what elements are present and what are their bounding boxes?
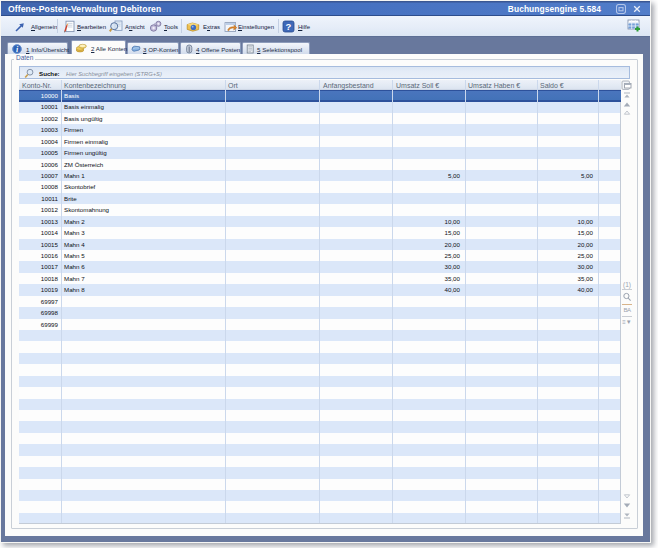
svg-text:?: ? [286, 21, 292, 32]
